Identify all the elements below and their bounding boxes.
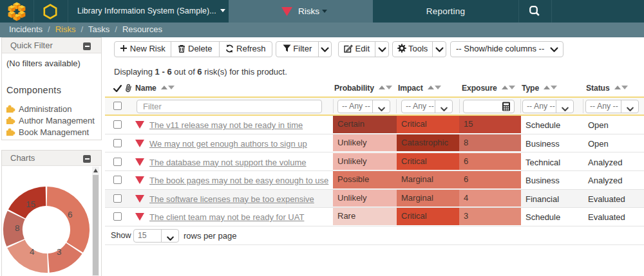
svg-text:15: 15: [26, 199, 35, 209]
svg-text:6: 6: [68, 210, 73, 219]
svg-text:8: 8: [15, 223, 20, 233]
svg-text:3: 3: [57, 247, 62, 257]
svg-text:4: 4: [30, 247, 35, 257]
